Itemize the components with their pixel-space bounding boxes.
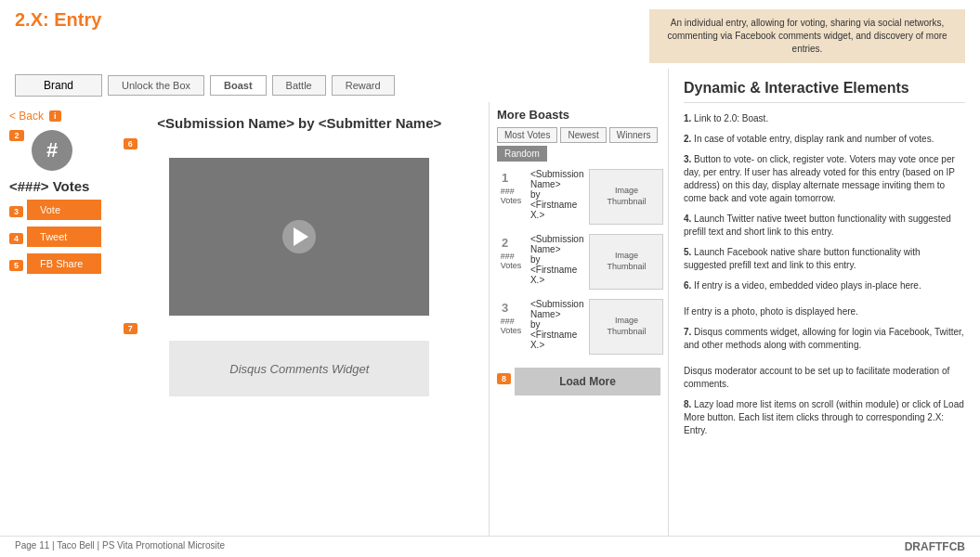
- tab-battle[interactable]: Battle: [272, 75, 326, 96]
- dynamic-item-7: 7. Disqus comments widget, allowing for …: [684, 326, 965, 391]
- badge-7: 7: [124, 323, 137, 334]
- badge-4: 4: [9, 233, 23, 244]
- boast-item-3[interactable]: 3 ###Votes <Submission Name> by <Firstna…: [497, 299, 660, 355]
- footer-right: DRAFTFCB: [905, 540, 965, 553]
- boast-thumbnail-3: ImageThumbnail: [589, 299, 663, 355]
- badge-8: 8: [497, 373, 511, 384]
- info-badge: i: [49, 110, 61, 122]
- vote-button[interactable]: Vote: [27, 200, 101, 220]
- boast-votes-2: ###Votes: [501, 252, 522, 270]
- boast-rank-2: 2: [502, 234, 520, 250]
- dynamic-title: Dynamic & Interactive Elements: [684, 80, 965, 103]
- filter-newest[interactable]: Newest: [560, 127, 606, 143]
- badge-6: 6: [124, 138, 137, 149]
- boast-name-3: <Submission Name>: [530, 299, 584, 319]
- footer-left: Page 11 | Taco Bell | PS Vita Promotiona…: [15, 540, 225, 553]
- back-link[interactable]: < Back: [9, 110, 44, 123]
- load-more-button[interactable]: Load More: [515, 368, 660, 395]
- filter-most-votes[interactable]: Most Votes: [497, 127, 557, 143]
- filter-winners[interactable]: Winners: [609, 127, 659, 143]
- page-title: 2.X: Entry: [15, 9, 101, 31]
- tweet-button[interactable]: Tweet: [27, 227, 101, 247]
- boast-votes-1: ###Votes: [501, 187, 522, 205]
- tab-boast[interactable]: Boast: [210, 75, 267, 96]
- entry-title: <Submission Name> by <Submitter Name>: [124, 115, 476, 131]
- more-boasts-title: More Boasts: [497, 108, 660, 122]
- boast-by-1: by <Firstname X.>: [530, 189, 584, 220]
- video-placeholder: [169, 158, 429, 316]
- badge-2: 2: [9, 130, 24, 141]
- boast-thumbnail-2: ImageThumbnail: [589, 234, 663, 290]
- votes-label: <###> Votes: [9, 178, 101, 194]
- boast-votes-3: ###Votes: [501, 317, 522, 335]
- boast-name-2: <Submission Name>: [530, 234, 584, 254]
- boast-name-1: <Submission Name>: [530, 169, 584, 189]
- rank-circle: #: [32, 130, 72, 171]
- boast-by-3: by <Firstname X.>: [530, 319, 584, 350]
- boast-item-1[interactable]: 1 ###Votes <Submission Name> by <Firstna…: [497, 169, 660, 225]
- dynamic-item-1: 1. Link to 2.0: Boast.: [684, 112, 965, 125]
- fbshare-button[interactable]: FB Share: [27, 253, 101, 274]
- boast-thumbnail-1: ImageThumbnail: [589, 169, 663, 225]
- play-icon: [294, 227, 308, 246]
- dynamic-item-6: 6. If entry is a video, embedded video p…: [684, 279, 965, 318]
- boast-rank-3: 3: [502, 299, 520, 315]
- dynamic-item-3: 3. Button to vote- on click, register vo…: [684, 153, 965, 205]
- dynamic-item-8: 8. Lazy load more list items on scroll (…: [684, 398, 965, 437]
- play-button[interactable]: [282, 220, 316, 253]
- boast-rank-1: 1: [502, 169, 520, 185]
- dynamic-item-4: 4. Launch Twitter native tweet button fu…: [684, 213, 965, 239]
- filter-random[interactable]: Random: [497, 146, 547, 162]
- boast-item-2[interactable]: 2 ###Votes <Submission Name> by <Firstna…: [497, 234, 660, 290]
- boast-by-2: by <Firstname X.>: [530, 254, 584, 285]
- tab-reward[interactable]: Reward: [332, 75, 395, 96]
- badge-5: 5: [9, 260, 23, 271]
- tab-unlock-the-box[interactable]: Unlock the Box: [108, 75, 204, 96]
- dynamic-item-2: 2. In case of votable entry, display ran…: [684, 133, 965, 146]
- disqus-widget: Disqus Comments Widget: [169, 341, 429, 396]
- dynamic-item-5: 5. Launch Facebook native share button f…: [684, 246, 965, 272]
- badge-3: 3: [9, 206, 23, 217]
- top-description: An individual entry, allowing for voting…: [649, 9, 965, 63]
- brand-button[interactable]: Brand: [15, 74, 102, 97]
